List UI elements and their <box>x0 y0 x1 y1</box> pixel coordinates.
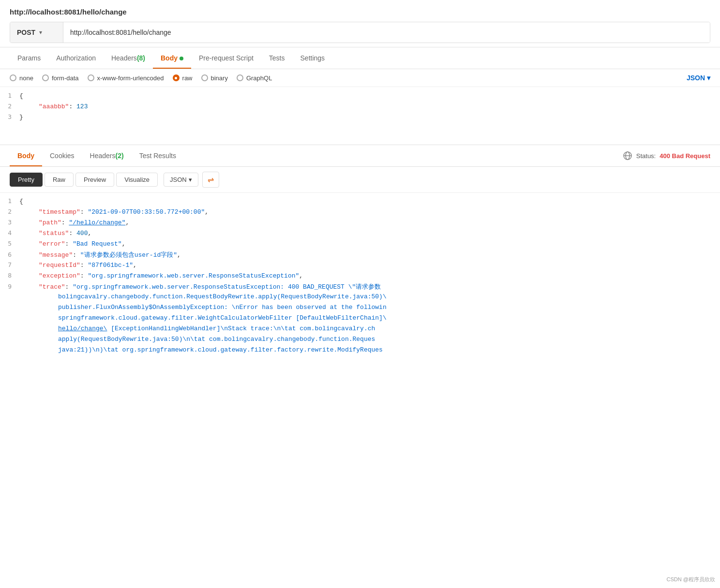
status-label: Status: <box>636 152 656 160</box>
radio-raw[interactable]: raw <box>173 74 193 82</box>
request-tabs: Params Authorization Headers(8) Body Pre… <box>0 47 720 69</box>
globe-icon <box>623 151 632 161</box>
status-value: 400 Bad Request <box>660 152 710 160</box>
chevron-down-icon: ▾ <box>707 74 710 82</box>
tab-headers[interactable]: Headers(8) <box>104 47 153 69</box>
resp-line-7: 7 "requestId": "87f061bc-1", <box>0 261 720 271</box>
code-content: "aaabbb": 123 <box>19 103 88 110</box>
resp-line-9: 9 "trace": "org.springframework.web.serv… <box>0 282 720 293</box>
response-format-bar: Pretty Raw Preview Visualize JSON ▾ ⇌ <box>0 167 720 193</box>
method-selector[interactable]: POST ▾ <box>10 22 63 43</box>
radio-graphql[interactable]: GraphQL <box>237 74 272 82</box>
radio-urlencoded-circle <box>88 74 94 81</box>
line-number: 1 <box>0 92 19 99</box>
radio-binary-circle <box>201 74 208 81</box>
radio-raw-circle <box>173 74 180 81</box>
resp-line-2: 2 "timestamp": "2021-09-07T00:33:50.772+… <box>0 207 720 218</box>
line-number: 2 <box>0 103 19 110</box>
chevron-down-icon: ▾ <box>39 29 42 36</box>
request-bar: POST ▾ <box>10 22 710 43</box>
resp-line-cont-5: apply(RequestBodyRewrite.java:50)\n\tat … <box>0 335 720 346</box>
response-tab-headers[interactable]: Headers(2) <box>82 145 132 166</box>
radio-form-data-circle <box>42 74 49 81</box>
url-title: http://localhost:8081/hello/change <box>10 8 710 16</box>
wrap-button[interactable]: ⇌ <box>202 172 219 188</box>
resp-line-5: 5 "error": "Bad Request", <box>0 239 720 250</box>
radio-binary[interactable]: binary <box>201 74 228 82</box>
format-pretty-button[interactable]: Pretty <box>10 173 43 187</box>
code-content: { <box>19 92 23 100</box>
line-number: 3 <box>0 113 19 120</box>
tab-authorization[interactable]: Authorization <box>48 47 104 69</box>
code-content: } <box>19 114 23 121</box>
resp-line-cont-4: hello/change\ [ExceptionHandlingWebHandl… <box>0 324 720 335</box>
resp-line-cont-1: bolingcavalry.changebody.function.Reques… <box>0 293 720 303</box>
json-format-dropdown[interactable]: JSON ▾ <box>687 74 710 82</box>
code-line-3: 3 } <box>0 112 720 123</box>
code-line-1: 1 { <box>0 91 720 102</box>
tab-settings[interactable]: Settings <box>293 47 333 69</box>
chevron-down-icon: ▾ <box>189 176 192 183</box>
resp-line-cont-2: publisher.FluxOnAssembly$OnAssemblyExcep… <box>0 303 720 314</box>
resp-line-1: 1 { <box>0 197 720 207</box>
response-tab-body[interactable]: Body <box>10 145 42 166</box>
radio-urlencoded[interactable]: x-www-form-urlencoded <box>88 74 164 82</box>
request-body-editor[interactable]: 1 { 2 "aaabbb": 123 3 } <box>0 87 720 145</box>
radio-form-data[interactable]: form-data <box>42 74 79 82</box>
method-label: POST <box>17 29 35 36</box>
tab-params[interactable]: Params <box>10 47 48 69</box>
resp-line-6: 6 "message": "请求参数必须包含user-id字段", <box>0 250 720 261</box>
url-input[interactable] <box>63 22 710 43</box>
format-visualize-button[interactable]: Visualize <box>116 173 158 187</box>
code-line-2: 2 "aaabbb": 123 <box>0 102 720 112</box>
body-type-section: none form-data x-www-form-urlencoded raw… <box>0 69 720 87</box>
status-section: Status: 400 Bad Request <box>623 151 710 161</box>
tab-pre-request-script[interactable]: Pre-request Script <box>191 47 261 69</box>
radio-none[interactable]: none <box>10 74 33 82</box>
response-tab-cookies[interactable]: Cookies <box>42 145 82 166</box>
url-bar-section: http://localhost:8081/hello/change POST … <box>0 0 720 47</box>
resp-line-8: 8 "exception": "org.springframework.web.… <box>0 271 720 282</box>
resp-line-cont-6: java:21))\n)\tat org.springframework.clo… <box>0 346 720 356</box>
response-body: 1 { 2 "timestamp": "2021-09-07T00:33:50.… <box>0 193 720 360</box>
resp-line-4: 4 "status": 400, <box>0 229 720 239</box>
tab-body[interactable]: Body <box>153 47 191 69</box>
format-preview-button[interactable]: Preview <box>75 173 114 187</box>
resp-line-3: 3 "path": "/hello/change", <box>0 218 720 229</box>
radio-graphql-circle <box>237 74 243 81</box>
format-raw-button[interactable]: Raw <box>45 173 74 187</box>
resp-line-cont-3: springframework.cloud.gateway.filter.Wei… <box>0 314 720 324</box>
tab-tests[interactable]: Tests <box>261 47 293 69</box>
response-format-dropdown[interactable]: JSON ▾ <box>164 173 198 187</box>
response-tab-test-results[interactable]: Test Results <box>132 145 184 166</box>
radio-none-circle <box>10 74 16 81</box>
response-tabs: Body Cookies Headers(2) Test Results Sta… <box>0 145 720 167</box>
